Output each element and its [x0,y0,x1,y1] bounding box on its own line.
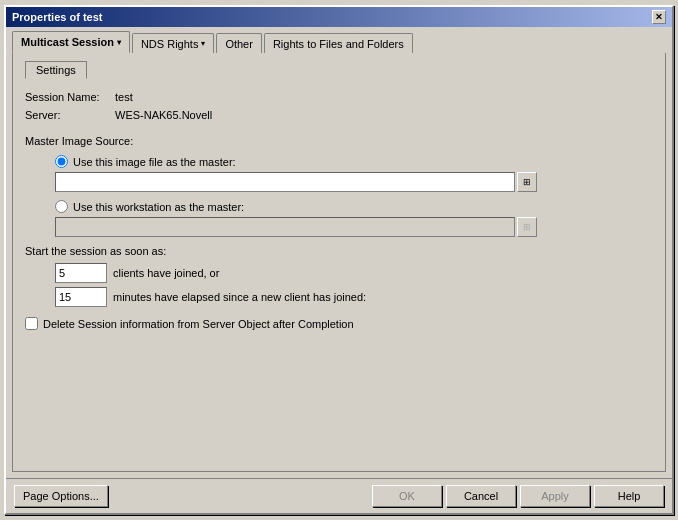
window-title: Properties of test [12,11,102,23]
ok-button[interactable]: OK [372,485,442,507]
radio2-input[interactable] [55,200,68,213]
properties-window: Properties of test ✕ Multicast Session ▾… [4,5,674,515]
radio1-input-row: ⊞ [55,172,653,192]
main-content: Multicast Session ▾ NDS Rights ▾ Other R… [6,27,672,478]
delete-session-label[interactable]: Delete Session information from Server O… [43,318,354,330]
tab-multicast-label: Multicast Session [21,36,114,48]
server-label: Server: [25,109,115,121]
subtab-row: Settings [25,61,653,79]
bottom-bar: Page Options... OK Cancel Apply Help [6,478,672,513]
tab-bar: Multicast Session ▾ NDS Rights ▾ Other R… [12,31,666,53]
tab-nds[interactable]: NDS Rights ▾ [132,33,214,53]
image-file-input[interactable] [55,172,515,192]
clients-row: clients have joined, or [55,263,653,283]
apply-button[interactable]: Apply [520,485,590,507]
tab-other[interactable]: Other [216,33,262,53]
help-button[interactable]: Help [594,485,664,507]
tab-files-label: Rights to Files and Folders [273,38,404,50]
delete-session-checkbox[interactable] [25,317,38,330]
title-bar: Properties of test ✕ [6,7,672,27]
browse-workstation-button: ⊞ [517,217,537,237]
tab-files[interactable]: Rights to Files and Folders [264,33,413,53]
tab-nds-arrow: ▾ [201,39,205,48]
radio2-input-row: ⊞ [55,217,653,237]
tab-multicast-arrow: ▾ [117,38,121,47]
bottom-left: Page Options... [14,485,108,507]
tab-nds-label: NDS Rights [141,38,198,50]
bottom-right: OK Cancel Apply Help [372,485,664,507]
radio2-label[interactable]: Use this workstation as the master: [73,201,244,213]
session-name-value: test [115,91,133,103]
page-options-button[interactable]: Page Options... [14,485,108,507]
radio2-row: Use this workstation as the master: [55,200,653,213]
workstation-input[interactable] [55,217,515,237]
clients-text: clients have joined, or [113,267,219,279]
subtab-settings[interactable]: Settings [25,61,87,79]
master-image-label: Master Image Source: [25,135,653,147]
title-bar-buttons: ✕ [652,10,666,24]
start-label: Start the session as soon as: [25,245,653,257]
radio1-input[interactable] [55,155,68,168]
form-section: Session Name: test Server: WES-NAK65.Nov… [25,87,653,131]
clients-input[interactable] [55,263,107,283]
tab-panel-multicast: Settings Session Name: test Server: WES-… [12,53,666,472]
browse-image-button[interactable]: ⊞ [517,172,537,192]
delete-session-row: Delete Session information from Server O… [25,317,653,330]
cancel-button[interactable]: Cancel [446,485,516,507]
start-section: Start the session as soon as: clients ha… [25,245,653,307]
minutes-row: minutes have elapsed since a new client … [55,287,653,307]
radio1-label[interactable]: Use this image file as the master: [73,156,236,168]
session-name-row: Session Name: test [25,91,653,103]
server-row: Server: WES-NAK65.Novell [25,109,653,121]
minutes-text: minutes have elapsed since a new client … [113,291,366,303]
server-value: WES-NAK65.Novell [115,109,212,121]
close-button[interactable]: ✕ [652,10,666,24]
tab-other-label: Other [225,38,253,50]
radio1-row: Use this image file as the master: [55,155,653,168]
tab-multicast[interactable]: Multicast Session ▾ [12,31,130,53]
minutes-input[interactable] [55,287,107,307]
session-name-label: Session Name: [25,91,115,103]
subtab-settings-label: Settings [36,64,76,76]
